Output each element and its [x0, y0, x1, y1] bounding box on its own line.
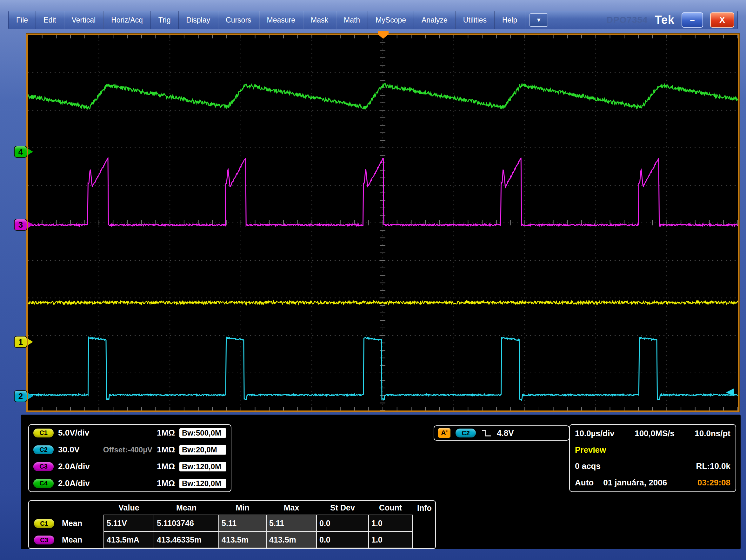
meas-c1-stdev: 0.0: [316, 515, 369, 531]
menu-item-horiz-acq[interactable]: Horiz/Acq: [104, 11, 151, 29]
readout-row-c2[interactable]: C2 30.0V Offset:-400µV 1MΩ Bw:20,0M: [33, 445, 226, 455]
channel-3-arrow-icon: [28, 222, 33, 228]
channel-readout-box: C1 5.0V/div 1MΩ Bw:500,0M C2 30.0V Offse…: [28, 424, 231, 492]
menu-item-utilities[interactable]: Utilities: [456, 11, 495, 29]
readout-row-c4[interactable]: C4 2.0A/div 1MΩ Bw:120,0M: [33, 478, 226, 488]
waveform-svg: [28, 35, 738, 411]
measurement-table: Value Mean Min Max St Dev Count Info C1 …: [28, 500, 436, 549]
c2-badge[interactable]: C2: [33, 445, 54, 454]
channel-4-arrow-icon: [28, 148, 33, 155]
meas-c1-count: 1.0: [369, 515, 412, 531]
model-label: DPO7354: [607, 15, 648, 25]
c1-bandwidth-badge: Bw:500,0M: [179, 428, 226, 438]
channel-1-arrow-icon: [28, 339, 33, 345]
acq-count-row: 0 acqs RL:10.0k: [575, 461, 730, 471]
measurement-header-row: Value Mean Min Max St Dev Count Info: [29, 501, 436, 515]
c3-scale: 2.0A/div: [58, 461, 111, 471]
timebase-row: 10.0µs/div 100,0MS/s 10.0ns/pt: [575, 428, 730, 439]
record-length: RL:10.0k: [696, 461, 730, 471]
menu-item-trig[interactable]: Trig: [151, 11, 179, 29]
close-button[interactable]: X: [710, 12, 734, 28]
menu-item-myscope[interactable]: MyScope: [368, 11, 414, 29]
channel-3-badge: 3: [14, 219, 27, 231]
menu-item-mask[interactable]: Mask: [303, 11, 336, 29]
col-header-value: Value: [104, 501, 154, 515]
c3-badge[interactable]: C3: [33, 462, 54, 471]
meas-c3-badge[interactable]: C3: [34, 536, 54, 544]
readout-row-c3[interactable]: C3 2.0A/div 1MΩ Bw:120,0M: [33, 461, 226, 471]
meas-c1-info: [412, 515, 436, 531]
window-controls: DPO7354 Tek – X: [607, 11, 738, 29]
c4-impedance: 1MΩ: [157, 478, 175, 488]
date-label: 01 januára, 2006: [603, 478, 667, 487]
menu-bar: File Edit Vertical Horiz/Acq Trig Displa…: [8, 11, 738, 29]
minimize-button[interactable]: –: [682, 12, 703, 28]
channel-4-marker[interactable]: 4: [14, 146, 33, 158]
menu-item-analyze[interactable]: Analyze: [414, 11, 456, 29]
meas-c3-max: 413.5m: [266, 531, 316, 548]
c2-bandwidth-badge: Bw:20,0M: [179, 445, 226, 455]
meas-c3-count: 1.0: [369, 531, 412, 548]
channel-1-badge: 1: [14, 336, 27, 348]
chevron-down-icon: ▼: [536, 17, 542, 24]
c4-bandwidth-badge: Bw:120,0M: [179, 479, 226, 488]
datetime-row: Auto 01 januára, 2006 03:29:08: [575, 478, 730, 487]
channel-2-badge: 2: [14, 390, 27, 402]
trigger-readout-box[interactable]: A' C2 4.8V: [434, 425, 570, 441]
meas-c3-info: [412, 531, 436, 548]
trigger-level-value: 4.8V: [497, 428, 514, 438]
resolution-value: 10.0ns/pt: [695, 428, 730, 439]
col-header-max: Max: [266, 501, 316, 515]
meas-c1-badge[interactable]: C1: [34, 519, 54, 528]
readout-row-c1[interactable]: C1 5.0V/div 1MΩ Bw:500,0M: [33, 428, 226, 438]
channel-3-marker[interactable]: 3: [14, 219, 33, 231]
c4-scale: 2.0A/div: [58, 478, 111, 488]
menu-item-measure[interactable]: Measure: [259, 11, 303, 29]
menu-overflow-button[interactable]: ▼: [529, 13, 548, 27]
acq-mode-row: Preview: [575, 445, 730, 455]
meas-c1-min: 5.11: [219, 515, 266, 531]
trigger-a-badge[interactable]: A': [438, 428, 451, 438]
meas-c3-mean: 413.46335m: [154, 531, 219, 548]
status-panel: C1 5.0V/div 1MΩ Bw:500,0M C2 30.0V Offse…: [21, 415, 741, 549]
c1-scale: 5.0V/div: [58, 428, 111, 438]
c3-impedance: 1MΩ: [157, 461, 175, 471]
menu-item-math[interactable]: Math: [336, 11, 368, 29]
menu-item-help[interactable]: Help: [495, 11, 525, 29]
oscilloscope-screen: { "colors": { "c1": "#d9d900", "c2": "#0…: [0, 0, 746, 560]
col-header-info: Info: [412, 501, 436, 515]
falling-edge-icon: [481, 428, 492, 439]
c4-badge[interactable]: C4: [33, 479, 54, 488]
channel-1-marker[interactable]: 1: [14, 336, 33, 348]
c2-offset: Offset:-400µV: [103, 445, 152, 454]
timebase-value: 10.0µs/div: [575, 428, 614, 439]
menu-item-file[interactable]: File: [8, 11, 36, 29]
col-header-mean: Mean: [154, 501, 219, 515]
meas-c1-max: 5.11: [266, 515, 316, 531]
minimize-icon: –: [690, 16, 695, 24]
preview-status: Preview: [575, 445, 606, 455]
channel-2-marker[interactable]: 2: [14, 390, 33, 402]
menu-item-vertical[interactable]: Vertical: [64, 11, 104, 29]
trigger-source-badge[interactable]: C2: [456, 428, 476, 438]
meas-c1-name: Mean: [59, 515, 104, 531]
measurement-row-c3: C3 Mean 413.5mA 413.46335m 413.5m 413.5m…: [29, 531, 436, 548]
measurement-row-c1: C1 Mean 5.11V 5.1103746 5.11 5.11 0.0 1.…: [29, 515, 436, 531]
menu-item-display[interactable]: Display: [179, 11, 218, 29]
time-label: 03:29:08: [697, 478, 730, 487]
close-icon: X: [719, 16, 725, 24]
sample-rate-value: 100,0MS/s: [635, 428, 675, 439]
meas-c3-stdev: 0.0: [316, 531, 369, 548]
acqs-count: 0 acqs: [575, 461, 601, 471]
channel-4-badge: 4: [14, 146, 27, 158]
trigger-level-arrow[interactable]: [726, 388, 734, 396]
meas-c3-value: 413.5mA: [104, 531, 154, 548]
c2-scale: 30.0V: [58, 445, 99, 455]
c2-impedance: 1MΩ: [157, 445, 175, 455]
menu-item-edit[interactable]: Edit: [36, 11, 64, 29]
c1-badge[interactable]: C1: [33, 428, 54, 438]
menu-item-cursors[interactable]: Cursors: [218, 11, 259, 29]
waveform-display[interactable]: [26, 34, 739, 412]
sweep-mode: Auto: [575, 478, 594, 487]
c1-impedance: 1MΩ: [157, 428, 175, 438]
